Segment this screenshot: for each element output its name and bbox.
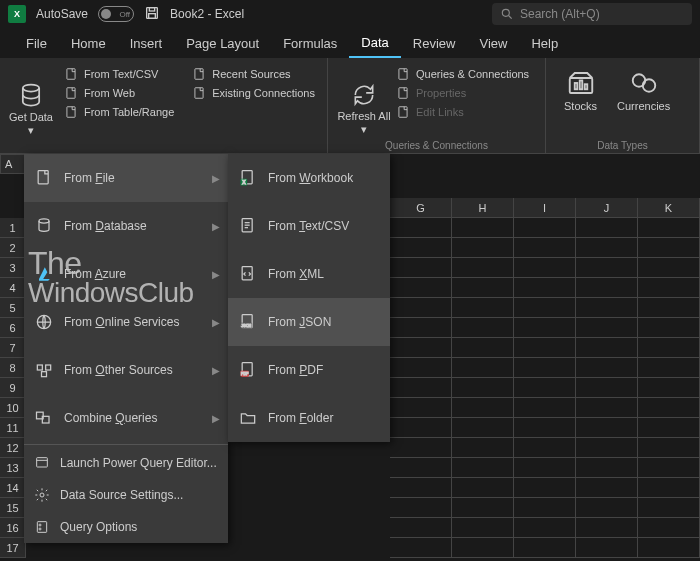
- cell[interactable]: [576, 338, 638, 358]
- stocks-button[interactable]: Stocks: [554, 62, 607, 149]
- cell[interactable]: [452, 478, 514, 498]
- cell[interactable]: [452, 458, 514, 478]
- col-header[interactable]: G: [390, 198, 452, 218]
- cell[interactable]: [452, 318, 514, 338]
- row-header[interactable]: 17: [0, 538, 26, 558]
- submenu-from-pdf[interactable]: PDFFrom PDF: [228, 346, 390, 394]
- row-header[interactable]: 8: [0, 358, 26, 378]
- cell[interactable]: [514, 298, 576, 318]
- from-table-range-button[interactable]: From Table/Range: [60, 104, 178, 120]
- row-header[interactable]: 5: [0, 298, 26, 318]
- menu-from-online-services[interactable]: From Online Services▶: [24, 298, 228, 346]
- tab-formulas[interactable]: Formulas: [271, 30, 349, 57]
- name-box[interactable]: A: [0, 154, 26, 174]
- cell[interactable]: [576, 418, 638, 438]
- cell[interactable]: [452, 278, 514, 298]
- cell[interactable]: [514, 458, 576, 478]
- cell[interactable]: [576, 518, 638, 538]
- cell[interactable]: [576, 238, 638, 258]
- cell[interactable]: [390, 378, 452, 398]
- cell[interactable]: [514, 258, 576, 278]
- cell[interactable]: [638, 218, 700, 238]
- cell[interactable]: [576, 318, 638, 338]
- menu-data-source-settings-[interactable]: Data Source Settings...: [24, 479, 228, 511]
- cell[interactable]: [576, 478, 638, 498]
- row-header[interactable]: 6: [0, 318, 26, 338]
- cell[interactable]: [638, 378, 700, 398]
- cell[interactable]: [638, 538, 700, 558]
- cell[interactable]: [390, 518, 452, 538]
- row-header[interactable]: 2: [0, 238, 26, 258]
- cell[interactable]: [452, 518, 514, 538]
- cell[interactable]: [638, 338, 700, 358]
- submenu-from-json[interactable]: JSONFrom JSON: [228, 298, 390, 346]
- menu-combine-queries[interactable]: Combine Queries▶: [24, 394, 228, 442]
- cell[interactable]: [576, 378, 638, 398]
- cell[interactable]: [390, 498, 452, 518]
- cell[interactable]: [514, 238, 576, 258]
- from-web-button[interactable]: From Web: [60, 85, 178, 101]
- from-text-csv-button[interactable]: From Text/CSV: [60, 66, 178, 82]
- tab-page-layout[interactable]: Page Layout: [174, 30, 271, 57]
- cell[interactable]: [452, 418, 514, 438]
- col-header[interactable]: J: [576, 198, 638, 218]
- cell[interactable]: [390, 458, 452, 478]
- row-header[interactable]: 15: [0, 498, 26, 518]
- cell[interactable]: [452, 338, 514, 358]
- col-header[interactable]: H: [452, 198, 514, 218]
- row-header[interactable]: 16: [0, 518, 26, 538]
- row-header[interactable]: 12: [0, 438, 26, 458]
- currencies-button[interactable]: Currencies: [607, 62, 680, 149]
- cell[interactable]: [514, 378, 576, 398]
- tab-review[interactable]: Review: [401, 30, 468, 57]
- cell[interactable]: [638, 518, 700, 538]
- row-header[interactable]: 1: [0, 218, 26, 238]
- cell[interactable]: [576, 498, 638, 518]
- cell[interactable]: [576, 358, 638, 378]
- cell[interactable]: [576, 258, 638, 278]
- row-header[interactable]: 3: [0, 258, 26, 278]
- cell[interactable]: [576, 438, 638, 458]
- cell[interactable]: [452, 218, 514, 238]
- save-icon[interactable]: [144, 5, 160, 24]
- cell[interactable]: [638, 258, 700, 278]
- cell[interactable]: [638, 498, 700, 518]
- tab-insert[interactable]: Insert: [118, 30, 175, 57]
- cell[interactable]: [638, 358, 700, 378]
- cell[interactable]: [514, 318, 576, 338]
- cell[interactable]: [514, 358, 576, 378]
- row-header[interactable]: 13: [0, 458, 26, 478]
- cell[interactable]: [390, 218, 452, 238]
- row-header[interactable]: 4: [0, 278, 26, 298]
- cell[interactable]: [638, 278, 700, 298]
- submenu-from-workbook[interactable]: XFrom Workbook: [228, 154, 390, 202]
- cell[interactable]: [452, 398, 514, 418]
- cell[interactable]: [514, 478, 576, 498]
- menu-from-other-sources[interactable]: From Other Sources▶: [24, 346, 228, 394]
- cell[interactable]: [638, 458, 700, 478]
- cell[interactable]: [452, 258, 514, 278]
- search-box[interactable]: Search (Alt+Q): [492, 3, 692, 25]
- col-header[interactable]: I: [514, 198, 576, 218]
- cell[interactable]: [576, 458, 638, 478]
- cell[interactable]: [390, 238, 452, 258]
- menu-from-database[interactable]: From Database▶: [24, 202, 228, 250]
- cell[interactable]: [514, 338, 576, 358]
- cell[interactable]: [514, 278, 576, 298]
- cell[interactable]: [638, 298, 700, 318]
- cell[interactable]: [452, 438, 514, 458]
- cell[interactable]: [514, 418, 576, 438]
- submenu-from-xml[interactable]: From XML: [228, 250, 390, 298]
- tab-home[interactable]: Home: [59, 30, 118, 57]
- tab-data[interactable]: Data: [349, 29, 400, 58]
- existing-connections-button[interactable]: Existing Connections: [188, 85, 319, 101]
- cell[interactable]: [576, 398, 638, 418]
- row-header[interactable]: 14: [0, 478, 26, 498]
- cell[interactable]: [576, 298, 638, 318]
- cell[interactable]: [514, 398, 576, 418]
- cell[interactable]: [638, 438, 700, 458]
- submenu-from-folder[interactable]: From Folder: [228, 394, 390, 442]
- cell[interactable]: [390, 258, 452, 278]
- cell[interactable]: [638, 398, 700, 418]
- cell[interactable]: [514, 518, 576, 538]
